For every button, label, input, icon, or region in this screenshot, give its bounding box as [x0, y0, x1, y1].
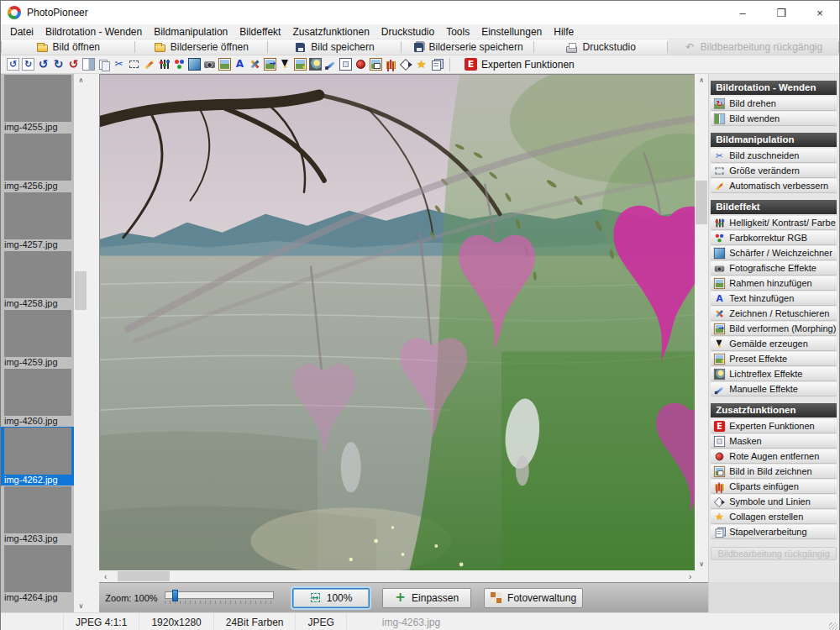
ink-pen-icon[interactable] [279, 58, 291, 71]
scroll-down-icon[interactable]: ∨ [695, 558, 708, 570]
scroll-up-icon[interactable]: ∧ [695, 74, 708, 87]
manuelle-effekte-button[interactable]: Manuelle Effekte [711, 382, 837, 396]
mask-square-icon[interactable] [339, 58, 352, 71]
bild-speichern-button[interactable]: Bild speichern [268, 39, 401, 55]
thumbnail-image[interactable] [4, 486, 71, 533]
rotate-page-right-icon[interactable] [22, 58, 34, 71]
crop-frame-icon[interactable] [128, 58, 140, 71]
rgb-dots-icon[interactable] [173, 58, 186, 71]
helligkeit-kontrast-farbe-button[interactable]: Helligkeit/ Kontrast/ Farbe [711, 216, 837, 230]
scrollbar-thumb[interactable] [118, 571, 170, 581]
cliparts-gift-icon[interactable] [385, 58, 397, 71]
canvas-vertical-scrollbar[interactable]: ∧ ∨ [695, 74, 708, 570]
scrollbar-thumb[interactable] [75, 271, 87, 310]
batch-stack-icon[interactable] [430, 58, 443, 71]
menu-bildrotation-wenden[interactable]: Bildrotation - Wenden [39, 26, 148, 38]
symbols-shapes-icon[interactable] [400, 58, 412, 71]
bild-ffnen-button[interactable]: Bild öffnen [2, 39, 134, 55]
menu-einstellungen[interactable]: Einstellungen [475, 26, 548, 38]
rotate-ccw-icon[interactable] [37, 58, 50, 71]
scroll-up-icon[interactable]: ∧ [74, 74, 87, 87]
rote-augen-entfernen-button[interactable]: Rote Augen entfernen [711, 449, 837, 464]
bild-wenden-button[interactable]: Bild wenden [711, 112, 837, 126]
thumbnail-img-4257-jpg[interactable]: img-4257.jpg [3, 192, 74, 250]
pic-in-pic-icon[interactable] [370, 58, 382, 71]
collage-star-icon[interactable] [415, 58, 428, 71]
sch-rfer-weichzeichner-button[interactable]: Schärfer / Weichzeichner [711, 246, 837, 260]
copy-pages-icon[interactable] [97, 58, 110, 71]
zeichnen-retuschieren-button[interactable]: Zeichnen / Retuschieren [711, 307, 837, 321]
thumbnail-img-4258-jpg[interactable]: img-4258.jpg [3, 250, 74, 309]
menu-hilfe[interactable]: Hilfe [548, 26, 580, 38]
lightreflex-image-icon[interactable] [309, 58, 322, 71]
symbole-und-linien-button[interactable]: Symbole und Linien [711, 495, 837, 509]
canvas-horizontal-scrollbar[interactable]: ‹ › [99, 570, 696, 582]
close-button[interactable]: × [801, 1, 839, 24]
fotografische-effekte-button[interactable]: Fotografische Effekte [711, 261, 837, 276]
thumbnail-image[interactable] [4, 545, 71, 592]
automatisch-verbessern-button[interactable]: Automatisch verbessern [711, 179, 837, 193]
thumbnail-img-4262-jpg[interactable]: img-4262.jpg [1, 427, 74, 486]
preset-image-icon[interactable] [294, 58, 307, 71]
menu-tools[interactable]: Tools [440, 26, 475, 38]
image-canvas[interactable] [99, 74, 695, 570]
menu-bildmanipulation[interactable]: Bildmanipulation [148, 26, 234, 38]
druckstudio-button[interactable]: Druckstudio [534, 39, 667, 55]
masken-button[interactable]: Masken [711, 434, 837, 449]
thumbnail-image[interactable] [4, 428, 71, 475]
sliders-icon[interactable] [158, 58, 171, 71]
thumbnail-img-4260-jpg[interactable]: img-4260.jpg [3, 368, 74, 427]
text-hinzuf-gen-button[interactable]: Text hinzufügen [711, 291, 837, 306]
zoom-slider-thumb[interactable] [172, 590, 178, 601]
thumbnail-image[interactable] [4, 75, 71, 122]
rotate-180-icon[interactable] [67, 58, 80, 71]
morph-image-icon[interactable] [264, 58, 276, 71]
auto-wand-icon[interactable] [143, 58, 155, 71]
rotate-page-left-icon[interactable] [7, 58, 19, 71]
thumbnail-img-4256-jpg[interactable]: img-4256.jpg [3, 133, 74, 192]
minimize-button[interactable]: – [723, 1, 762, 24]
collagen-erstellen-button[interactable]: Collagen erstellen [711, 510, 837, 524]
menu-bildeffekt[interactable]: Bildeffekt [234, 26, 286, 38]
thumbnail-image[interactable] [4, 310, 71, 357]
zoom-slider[interactable] [165, 591, 274, 604]
menu-datei[interactable]: Datei [4, 26, 39, 38]
bild-verformen-morphing-button[interactable]: Bild verformen (Morphing) [711, 322, 837, 336]
bilderserie-speichern-button[interactable]: Bilderserie speichern [402, 39, 534, 55]
scroll-right-icon[interactable]: › [684, 570, 696, 582]
maximize-button[interactable]: ❒ [762, 1, 801, 24]
thumbnail-img-4259-jpg[interactable]: img-4259.jpg [3, 309, 74, 368]
flip-page-icon[interactable] [82, 58, 95, 71]
lichtreflex-effekte-button[interactable]: Lichtreflex Effekte [711, 367, 837, 381]
resize-grip[interactable] [829, 622, 837, 630]
menu-druckstudio[interactable]: Druckstudio [375, 26, 440, 38]
thumbnail-img-4255-jpg[interactable]: img-4255.jpg [3, 74, 74, 133]
rotate-cw-icon[interactable] [52, 58, 65, 71]
bild-drehen-button[interactable]: Bild drehen [711, 97, 837, 111]
experten-funktionen-button[interactable]: Experten Funktionen [711, 419, 837, 433]
cliparts-einf-gen-button[interactable]: Cliparts einfügen [711, 480, 837, 494]
scissors-icon[interactable] [113, 58, 125, 71]
fotoverwaltung-button[interactable]: Fotoverwaltung [484, 588, 583, 608]
thumbnail-img-4264-jpg[interactable]: img-4264.jpg [3, 544, 74, 603]
red-eye-icon[interactable] [354, 58, 367, 71]
manual-brush-icon[interactable] [324, 58, 337, 71]
thumbnail-image[interactable] [4, 251, 71, 298]
farbkorrektur-rgb-button[interactable]: Farbkorrektur RGB [711, 231, 837, 245]
100-button[interactable]: 100% [292, 588, 370, 608]
framed-image-icon[interactable] [218, 58, 231, 71]
camera-icon[interactable] [203, 58, 216, 71]
crossed-pencils-icon[interactable] [249, 58, 261, 71]
thumbnail-img-4263-jpg[interactable]: img-4263.jpg [3, 486, 74, 544]
thumbnail-scrollbar[interactable]: ∧ ∨ [74, 74, 87, 612]
preset-effekte-button[interactable]: Preset Effekte [711, 352, 837, 366]
text-a-icon[interactable] [234, 58, 246, 71]
stapelverarbeitung-button[interactable]: Stapelverarbeitung [711, 525, 837, 539]
sharpen-square-icon[interactable] [188, 58, 201, 71]
scroll-left-icon[interactable]: ‹ [99, 570, 112, 582]
rahmen-hinzuf-gen-button[interactable]: Rahmen hinzufügen [711, 276, 837, 291]
experten-funktionen-button[interactable]: Experten Funktionen [457, 57, 582, 71]
einpassen-button[interactable]: Einpassen [382, 588, 471, 608]
bild-zuschneiden-button[interactable]: Bild zuschneiden [711, 149, 837, 163]
thumbnail-image[interactable] [4, 192, 71, 239]
